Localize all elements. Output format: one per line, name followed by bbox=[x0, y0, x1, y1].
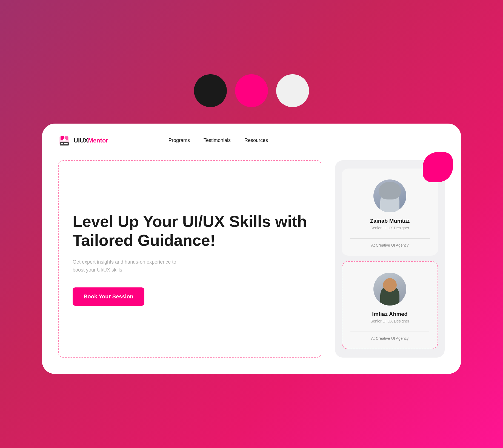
mentor-role-1: Senior UI UX Designer bbox=[370, 226, 409, 230]
hero-section: Level Up Your UI/UX Skills with Tailored… bbox=[58, 160, 321, 358]
mentor-name-1: Zainab Mumtaz bbox=[370, 218, 410, 224]
divider-1 bbox=[350, 238, 430, 239]
mentor-agency-2: At Creative UI Agency bbox=[371, 336, 409, 341]
logo: UIUXMentor bbox=[58, 135, 108, 147]
nav-programs[interactable]: Programs bbox=[168, 138, 190, 143]
hero-title: Level Up Your UI/UX Skills with Tailored… bbox=[73, 212, 307, 250]
svg-rect-5 bbox=[61, 143, 63, 144]
nav-testimonials[interactable]: Testimonials bbox=[204, 138, 231, 143]
book-session-button[interactable]: Book Your Session bbox=[73, 287, 144, 306]
main-card: UIUXMentor Programs Testimonials Resourc… bbox=[42, 124, 461, 374]
swatch-black bbox=[194, 74, 227, 107]
mentor-agency-1: At Creative UI Agency bbox=[371, 243, 409, 247]
mentor-card-1: Zainab Mumtaz Senior UI UX Designer At C… bbox=[342, 169, 438, 256]
hero-subtitle: Get expert insights and hands-on experie… bbox=[73, 258, 188, 274]
logo-icon bbox=[58, 135, 70, 147]
mentor-role-2: Senior UI UX Designer bbox=[370, 319, 409, 323]
svg-point-4 bbox=[63, 138, 66, 141]
content-area: Level Up Your UI/UX Skills with Tailored… bbox=[42, 155, 461, 374]
nav-links: Programs Testimonials Resources bbox=[168, 138, 268, 143]
navbar: UIUXMentor Programs Testimonials Resourc… bbox=[42, 124, 461, 155]
pink-blob-decoration bbox=[423, 152, 453, 182]
color-swatches bbox=[194, 74, 309, 107]
mentors-section: Zainab Mumtaz Senior UI UX Designer At C… bbox=[335, 160, 445, 358]
mentors-outer: Zainab Mumtaz Senior UI UX Designer At C… bbox=[335, 160, 445, 358]
divider-2 bbox=[350, 332, 429, 332]
mentor-avatar-2 bbox=[373, 273, 406, 306]
mentor-card-2: Imtiaz Ahmed Senior UI UX Designer At Cr… bbox=[342, 261, 438, 349]
hijab-decoration bbox=[379, 182, 401, 199]
swatch-white bbox=[276, 74, 309, 107]
svg-rect-6 bbox=[64, 143, 68, 144]
mentor-avatar-1 bbox=[373, 179, 406, 212]
mentor-name-2: Imtiaz Ahmed bbox=[372, 311, 407, 317]
swatch-pink bbox=[235, 74, 268, 107]
nav-resources[interactable]: Resources bbox=[244, 138, 268, 143]
logo-text: UIUXMentor bbox=[74, 137, 108, 144]
